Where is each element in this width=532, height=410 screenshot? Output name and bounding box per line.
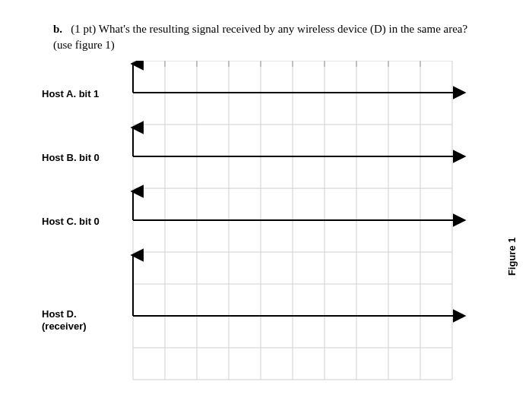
question-text: b. (1 pt) What's the resulting signal re… — [53, 21, 524, 53]
host-c-label: Host C. bit 0 — [42, 216, 100, 228]
host-c-axes — [133, 191, 464, 220]
signal-grid-svg — [42, 61, 486, 387]
question-points: (1 pt) — [71, 23, 96, 35]
figure-label: Figure 1 — [507, 238, 518, 276]
question-line1: What's the resulting signal received by … — [99, 23, 467, 35]
host-d-label: Host D. (receiver) — [42, 308, 87, 332]
host-a-axes — [133, 64, 464, 93]
host-a-label: Host A. bit 1 — [42, 88, 99, 100]
host-d-axes — [133, 255, 464, 316]
figure-chart: Host A. bit 1 Host B. bit 0 Host C. bit … — [42, 61, 486, 387]
question-marker: b. — [53, 23, 62, 35]
host-b-axes — [133, 128, 464, 156]
question-line2: (use figure 1) — [53, 39, 115, 51]
host-b-label: Host B. bit 0 — [42, 152, 100, 164]
